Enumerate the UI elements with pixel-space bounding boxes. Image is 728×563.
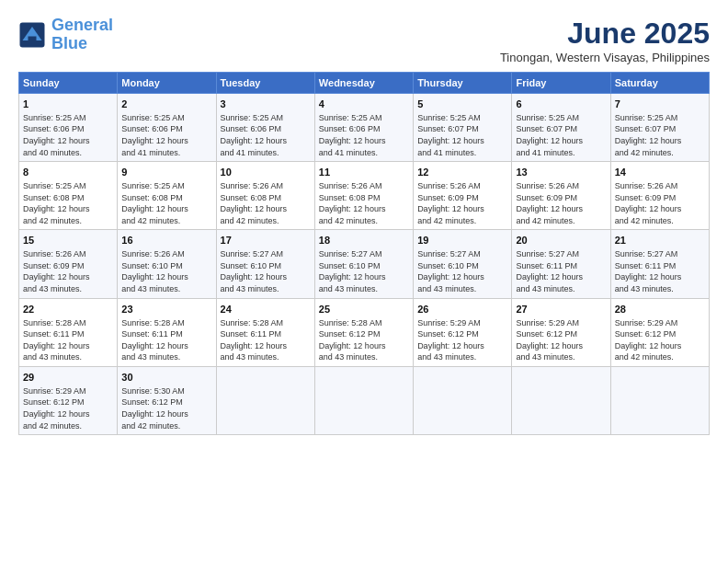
day-info: Sunrise: 5:28 AMSunset: 6:11 PMDaylight:… xyxy=(23,317,113,363)
day-number: 20 xyxy=(516,234,606,247)
day-number: 21 xyxy=(615,234,705,247)
calendar-table: Sunday Monday Tuesday Wednesday Thursday… xyxy=(18,72,710,435)
day-number: 5 xyxy=(417,98,507,111)
day-info: Sunrise: 5:27 AMSunset: 6:10 PMDaylight:… xyxy=(221,248,311,294)
day-number: 13 xyxy=(516,166,606,179)
week-row-2: 8Sunrise: 5:25 AMSunset: 6:08 PMDaylight… xyxy=(19,162,710,230)
col-friday: Friday xyxy=(512,73,610,94)
day-number: 15 xyxy=(23,234,113,247)
week-row-5: 29Sunrise: 5:29 AMSunset: 6:12 PMDayligh… xyxy=(19,366,710,434)
day-info: Sunrise: 5:25 AMSunset: 6:08 PMDaylight:… xyxy=(23,180,113,226)
calendar-cell: 11Sunrise: 5:26 AMSunset: 6:08 PMDayligh… xyxy=(314,162,413,230)
day-info: Sunrise: 5:29 AMSunset: 6:12 PMDaylight:… xyxy=(23,385,113,431)
day-number: 19 xyxy=(417,234,507,247)
calendar-cell: 3Sunrise: 5:25 AMSunset: 6:06 PMDaylight… xyxy=(216,94,314,162)
logo-icon xyxy=(18,21,46,49)
calendar-cell: 19Sunrise: 5:27 AMSunset: 6:10 PMDayligh… xyxy=(414,230,512,298)
calendar-cell xyxy=(414,366,512,434)
day-info: Sunrise: 5:25 AMSunset: 6:06 PMDaylight:… xyxy=(221,112,311,158)
day-info: Sunrise: 5:29 AMSunset: 6:12 PMDaylight:… xyxy=(417,317,507,363)
calendar-cell: 29Sunrise: 5:29 AMSunset: 6:12 PMDayligh… xyxy=(19,366,118,434)
title-area: June 2025 Tinongan, Western Visayas, Phi… xyxy=(500,17,710,64)
logo-line1: General xyxy=(51,16,113,34)
calendar-cell: 10Sunrise: 5:26 AMSunset: 6:08 PMDayligh… xyxy=(216,162,314,230)
day-number: 30 xyxy=(121,371,211,385)
day-number: 7 xyxy=(615,98,705,111)
col-saturday: Saturday xyxy=(610,73,709,94)
calendar-cell: 30Sunrise: 5:30 AMSunset: 6:12 PMDayligh… xyxy=(118,366,216,434)
day-number: 29 xyxy=(23,371,113,385)
day-info: Sunrise: 5:27 AMSunset: 6:11 PMDaylight:… xyxy=(516,248,606,294)
day-info: Sunrise: 5:25 AMSunset: 6:07 PMDaylight:… xyxy=(417,112,507,158)
day-info: Sunrise: 5:25 AMSunset: 6:06 PMDaylight:… xyxy=(23,112,113,158)
day-number: 6 xyxy=(516,98,606,111)
calendar-cell: 23Sunrise: 5:28 AMSunset: 6:11 PMDayligh… xyxy=(118,298,216,366)
day-info: Sunrise: 5:25 AMSunset: 6:07 PMDaylight:… xyxy=(615,112,705,158)
header-row: Sunday Monday Tuesday Wednesday Thursday… xyxy=(19,73,710,94)
calendar-page: General Blue June 2025 Tinongan, Western… xyxy=(0,0,728,563)
logo-line2: Blue xyxy=(51,34,87,52)
day-number: 17 xyxy=(221,234,311,247)
day-info: Sunrise: 5:26 AMSunset: 6:09 PMDaylight:… xyxy=(516,180,606,226)
day-info: Sunrise: 5:25 AMSunset: 6:06 PMDaylight:… xyxy=(121,112,211,158)
day-number: 26 xyxy=(417,303,507,316)
day-number: 24 xyxy=(221,303,311,316)
day-info: Sunrise: 5:30 AMSunset: 6:12 PMDaylight:… xyxy=(121,385,211,431)
day-number: 8 xyxy=(23,166,113,179)
day-number: 16 xyxy=(121,234,211,247)
calendar-cell: 24Sunrise: 5:28 AMSunset: 6:11 PMDayligh… xyxy=(216,298,314,366)
day-number: 12 xyxy=(417,166,507,179)
calendar-cell: 8Sunrise: 5:25 AMSunset: 6:08 PMDaylight… xyxy=(19,162,118,230)
day-info: Sunrise: 5:25 AMSunset: 6:07 PMDaylight:… xyxy=(516,112,606,158)
col-wednesday: Wednesday xyxy=(314,73,413,94)
calendar-cell: 25Sunrise: 5:28 AMSunset: 6:12 PMDayligh… xyxy=(314,298,413,366)
col-sunday: Sunday xyxy=(19,73,118,94)
day-number: 28 xyxy=(615,303,705,316)
week-row-3: 15Sunrise: 5:26 AMSunset: 6:09 PMDayligh… xyxy=(19,230,710,298)
logo: General Blue xyxy=(18,17,113,53)
day-number: 22 xyxy=(23,303,113,316)
calendar-cell: 14Sunrise: 5:26 AMSunset: 6:09 PMDayligh… xyxy=(610,162,709,230)
day-number: 4 xyxy=(319,98,409,111)
day-number: 1 xyxy=(23,98,113,111)
day-info: Sunrise: 5:26 AMSunset: 6:08 PMDaylight:… xyxy=(319,180,409,226)
header-area: General Blue June 2025 Tinongan, Western… xyxy=(18,17,710,64)
calendar-cell: 20Sunrise: 5:27 AMSunset: 6:11 PMDayligh… xyxy=(512,230,610,298)
day-info: Sunrise: 5:28 AMSunset: 6:12 PMDaylight:… xyxy=(319,317,409,363)
day-info: Sunrise: 5:26 AMSunset: 6:09 PMDaylight:… xyxy=(615,180,705,226)
calendar-cell xyxy=(216,366,314,434)
day-number: 18 xyxy=(319,234,409,247)
calendar-cell: 12Sunrise: 5:26 AMSunset: 6:09 PMDayligh… xyxy=(414,162,512,230)
calendar-cell: 22Sunrise: 5:28 AMSunset: 6:11 PMDayligh… xyxy=(19,298,118,366)
day-number: 9 xyxy=(121,166,211,179)
calendar-cell: 16Sunrise: 5:26 AMSunset: 6:10 PMDayligh… xyxy=(118,230,216,298)
calendar-cell: 9Sunrise: 5:25 AMSunset: 6:08 PMDaylight… xyxy=(118,162,216,230)
day-info: Sunrise: 5:26 AMSunset: 6:09 PMDaylight:… xyxy=(417,180,507,226)
col-thursday: Thursday xyxy=(414,73,512,94)
calendar-cell: 5Sunrise: 5:25 AMSunset: 6:07 PMDaylight… xyxy=(414,94,512,162)
day-info: Sunrise: 5:29 AMSunset: 6:12 PMDaylight:… xyxy=(615,317,705,363)
calendar-cell: 1Sunrise: 5:25 AMSunset: 6:06 PMDaylight… xyxy=(19,94,118,162)
calendar-cell: 2Sunrise: 5:25 AMSunset: 6:06 PMDaylight… xyxy=(118,94,216,162)
calendar-cell: 17Sunrise: 5:27 AMSunset: 6:10 PMDayligh… xyxy=(216,230,314,298)
calendar-cell: 13Sunrise: 5:26 AMSunset: 6:09 PMDayligh… xyxy=(512,162,610,230)
day-info: Sunrise: 5:26 AMSunset: 6:10 PMDaylight:… xyxy=(121,248,211,294)
calendar-body: 1Sunrise: 5:25 AMSunset: 6:06 PMDaylight… xyxy=(19,94,710,435)
calendar-title: June 2025 xyxy=(500,17,710,51)
logo-text: General Blue xyxy=(51,17,113,53)
col-tuesday: Tuesday xyxy=(216,73,314,94)
calendar-cell: 18Sunrise: 5:27 AMSunset: 6:10 PMDayligh… xyxy=(314,230,413,298)
calendar-cell xyxy=(610,366,709,434)
svg-rect-2 xyxy=(28,36,37,43)
calendar-cell xyxy=(314,366,413,434)
day-number: 23 xyxy=(121,303,211,316)
calendar-cell: 27Sunrise: 5:29 AMSunset: 6:12 PMDayligh… xyxy=(512,298,610,366)
calendar-cell: 6Sunrise: 5:25 AMSunset: 6:07 PMDaylight… xyxy=(512,94,610,162)
day-info: Sunrise: 5:26 AMSunset: 6:09 PMDaylight:… xyxy=(23,248,113,294)
day-number: 14 xyxy=(615,166,705,179)
day-info: Sunrise: 5:25 AMSunset: 6:06 PMDaylight:… xyxy=(319,112,409,158)
day-info: Sunrise: 5:25 AMSunset: 6:08 PMDaylight:… xyxy=(121,180,211,226)
calendar-cell: 15Sunrise: 5:26 AMSunset: 6:09 PMDayligh… xyxy=(19,230,118,298)
day-info: Sunrise: 5:27 AMSunset: 6:11 PMDaylight:… xyxy=(615,248,705,294)
day-info: Sunrise: 5:27 AMSunset: 6:10 PMDaylight:… xyxy=(319,248,409,294)
